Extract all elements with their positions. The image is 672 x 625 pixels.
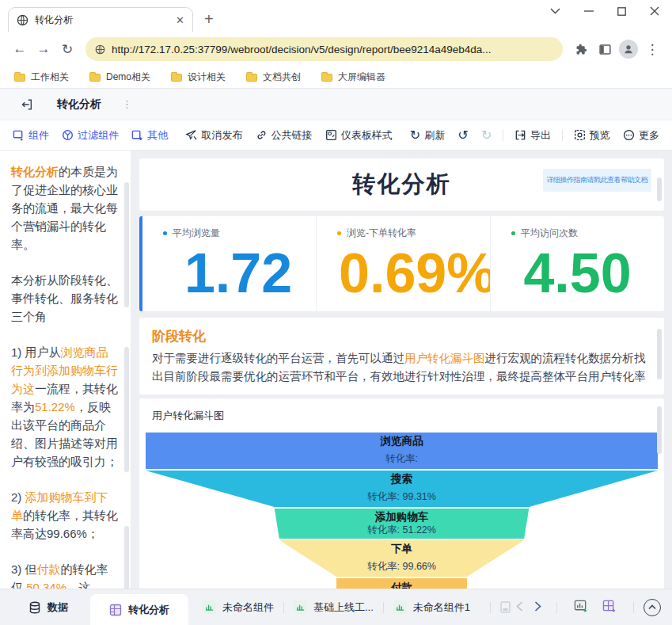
new-tab-button[interactable]: + — [204, 10, 214, 29]
sidebar-paragraph: 本分析从阶段转化、事件转化、服务转化三个角 — [11, 271, 120, 326]
tab-divider — [383, 602, 384, 613]
app-header: 转化分析 ⋮ — [0, 89, 672, 120]
url-bar[interactable]: http://172.17.0.25:37799/webroot/decisio… — [85, 37, 563, 61]
kpi-label: 平均浏览量 — [142, 227, 316, 240]
globe-favicon — [17, 14, 28, 26]
site-globe-icon — [95, 44, 105, 55]
folder-icon — [171, 74, 182, 82]
more-button[interactable]: 更多 — [623, 128, 659, 143]
tab-conversion-analysis-active[interactable]: 转化分析 — [90, 594, 188, 625]
scroll-tabs-right-icon[interactable] — [529, 600, 547, 614]
profile-avatar[interactable] — [617, 37, 640, 61]
tab-divider — [490, 602, 491, 613]
bar-chart-icon — [294, 600, 307, 614]
public-link-button[interactable]: 公共链接 — [256, 128, 313, 143]
sidebar-paragraph: 2) 添加购物车到下单的转化率，其转化率高达99.66%； — [11, 488, 120, 543]
add-chart-component-icon[interactable] — [567, 600, 595, 615]
window-menu-chevron-icon[interactable] — [550, 8, 560, 14]
funnel-stage-search[interactable]: 搜索 转化率: 99.31% — [146, 471, 658, 507]
bookmark-folder[interactable]: 工作相关 — [14, 71, 69, 84]
tab-unnamed-component[interactable]: 未命名组件 — [203, 600, 274, 615]
browser-tab[interactable]: 转化分析 ✕ — [8, 7, 193, 32]
add-component-button[interactable]: 组件 — [13, 128, 49, 143]
kpi-card-widget[interactable]: 平均浏览量 1.72 浏览-下单转化率 0.69% 平均访问次数 — [139, 216, 664, 311]
funnel-stage-browse[interactable]: 浏览商品 转化率: — [146, 433, 658, 469]
funnel-stage-pay[interactable]: 付款 — [146, 578, 658, 589]
other-components-button[interactable]: 其他 — [131, 128, 168, 143]
help-doc-link[interactable]: 详细操作指南请戳此查看帮助文档 — [543, 169, 652, 192]
extensions-puzzle-icon[interactable] — [569, 37, 593, 61]
browser-menu-icon[interactable]: ⋮ — [640, 37, 664, 61]
section-heading: 阶段转化 — [152, 327, 650, 345]
undo-button[interactable]: ↺ — [457, 129, 468, 142]
design-toolbar: 组件 过滤组件 其他 取消发布 公共链接 仪表板样式 ↻ 刷新 — [0, 120, 672, 151]
bookmark-folder[interactable]: 文档共创 — [246, 71, 301, 84]
sidebar-scrollbar[interactable] — [124, 526, 129, 589]
bar-chart-icon — [203, 600, 216, 614]
funnel-stage-order[interactable]: 下单 转化率: 99.66% — [146, 540, 658, 577]
redo-button[interactable]: ↻ — [481, 129, 492, 142]
tab-title: 转化分析 — [35, 13, 169, 27]
text-widget-sidebar[interactable]: 转化分析的本质是为了促进企业的核心业务的流通，最大化每个营销漏斗的转化率。 本分… — [0, 151, 131, 589]
bookmark-folder[interactable]: 大屏编辑器 — [321, 71, 385, 84]
tab-divider — [283, 602, 284, 613]
folder-icon — [14, 74, 25, 82]
widget-scrollbar[interactable] — [657, 406, 662, 454]
sidebar-paragraph: 3) 但付款的转化率仅 50.34%，这 — [11, 560, 120, 589]
kpi-dot-icon — [163, 231, 167, 235]
side-panel-icon[interactable] — [593, 37, 617, 61]
dashboard-style-button[interactable]: 仪表板样式 — [325, 128, 393, 143]
scroll-tabs-left-icon[interactable] — [511, 600, 529, 614]
funnel-stage-add-cart[interactable]: 添加购物车 转化率: 51.22% — [146, 509, 658, 539]
cancel-publish-button[interactable]: 取消发布 — [185, 128, 242, 143]
kpi-value: 4.50 — [511, 240, 645, 307]
collapse-panel-icon[interactable] — [644, 599, 661, 616]
toolbar-divider — [503, 129, 503, 141]
bar-chart-icon — [393, 600, 407, 614]
component-tab-bar: 数据 转化分析 未命名组件 基础上线工... 未命名组件1 — [0, 589, 672, 625]
kpi-view-order-rate: 浏览-下单转化率 0.69% — [316, 216, 490, 311]
reload-button[interactable]: ↻ — [55, 37, 79, 61]
maximize-icon[interactable] — [617, 7, 626, 16]
funnel-chart: 浏览商品 转化率: 搜索 转化率: 99.31% 添加购物车 转化率: 51.2… — [146, 433, 658, 589]
add-dashboard-tab-icon[interactable] — [595, 600, 624, 615]
kpi-dot-icon — [511, 231, 515, 235]
refresh-button[interactable]: ↻ 刷新 — [410, 128, 445, 143]
widget-scrollbar[interactable] — [657, 329, 662, 379]
sidebar-scrollbar[interactable] — [124, 182, 129, 307]
dashboard-title: 转化分析 — [353, 169, 451, 200]
bookmarks-bar: 工作相关 Demo相关 设计相关 文档共创 大屏编辑器 — [0, 67, 672, 89]
tab-basic-online[interactable]: 基础上线工... — [294, 600, 374, 615]
close-window-icon[interactable] — [650, 6, 659, 16]
tab-strip: 转化分析 ✕ + — [0, 0, 672, 32]
kpi-avg-visits: 平均访问次数 4.50 — [490, 216, 664, 311]
tab-unnamed-component-1[interactable]: 未命名组件1 — [393, 600, 470, 615]
title-widget[interactable]: 转化分析 详细操作指南请戳此查看帮助文档 — [139, 158, 664, 211]
folder-icon — [89, 74, 101, 82]
refresh-icon: ↻ — [410, 129, 420, 142]
forward-button[interactable]: → — [32, 37, 55, 61]
export-button[interactable]: 导出 — [514, 128, 551, 143]
section-text-widget[interactable]: 阶段转化 对于需要进行逐级转化的平台运营，首先可以通过用户转化漏斗图进行宏观的流… — [139, 318, 664, 394]
section-body: 对于需要进行逐级转化的平台运营，首先可以通过用户转化漏斗图进行宏观的流程转化数据… — [152, 349, 650, 386]
bookmark-folder[interactable]: 设计相关 — [171, 71, 226, 84]
kpi-value: 0.69% — [339, 240, 490, 307]
data-panel-button[interactable]: 数据 — [28, 600, 68, 615]
sidebar-scrollbar[interactable] — [124, 347, 129, 472]
add-filter-component-button[interactable]: 过滤组件 — [62, 128, 119, 143]
sidebar-paragraph: 1) 用户从浏览商品行为到添加购物车行为这一流程，其转化率为51.22%，反映出… — [11, 343, 120, 471]
kpi-dot-icon — [337, 231, 341, 235]
exit-design-icon[interactable] — [21, 98, 33, 111]
funnel-chart-widget[interactable]: 用户转化漏斗图 浏览商品 转化率: 搜索 转化率: 99.31% 添加购物车 转… — [139, 398, 664, 589]
toolbar-divider — [562, 129, 563, 141]
tab-close-icon[interactable]: ✕ — [176, 14, 184, 26]
kpi-avg-pageviews: 平均浏览量 1.72 — [142, 216, 316, 311]
dashboard-name-menu-icon[interactable]: ⋮ — [122, 98, 133, 110]
widget-scrollbar[interactable] — [657, 177, 662, 201]
dashboard-main-area: 转化分析 详细操作指南请戳此查看帮助文档 平均浏览量 1.72 浏览-下单转化率 — [131, 151, 672, 589]
preview-button[interactable]: 预览 — [574, 128, 610, 143]
minimize-icon[interactable] — [584, 6, 594, 16]
bookmark-folder[interactable]: Demo相关 — [89, 71, 150, 84]
url-text[interactable]: http://172.17.0.25:37799/webroot/decisio… — [112, 44, 492, 55]
back-button[interactable]: ← — [8, 37, 32, 61]
